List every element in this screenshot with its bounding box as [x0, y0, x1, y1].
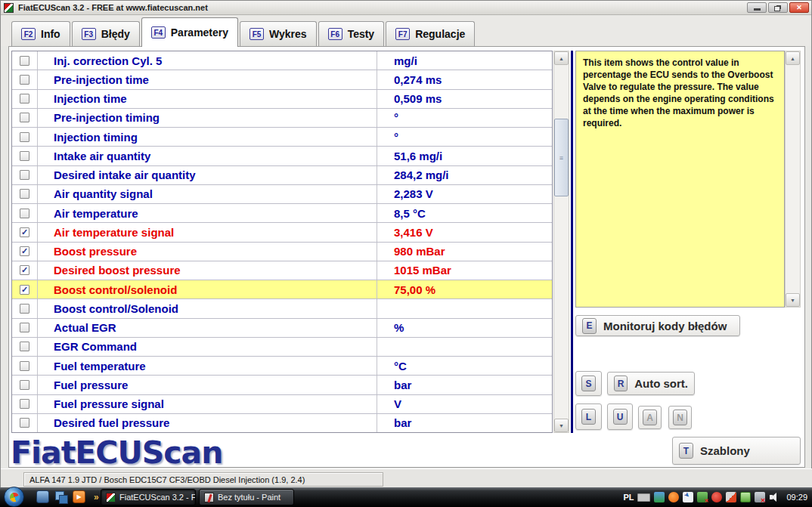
checkbox-icon[interactable]	[20, 342, 29, 351]
start-button[interactable]	[4, 487, 24, 507]
table-row[interactable]: ✓Air temperature signal3,416 V	[12, 223, 552, 242]
key-a-icon: A	[643, 410, 657, 425]
volume-icon[interactable]	[769, 492, 779, 502]
row-checkbox-cell: ✓	[12, 223, 38, 241]
keyboard-icon[interactable]	[637, 493, 650, 502]
close-button[interactable]: ✕	[789, 2, 809, 13]
switch-windows-icon[interactable]	[54, 490, 67, 503]
tray-app-icon-5[interactable]	[711, 492, 722, 502]
table-row[interactable]: Desired fuel pressurebar	[12, 414, 552, 432]
sort-button[interactable]: S	[575, 371, 602, 396]
row-checkbox-cell	[12, 51, 38, 70]
tray-app-icon-2[interactable]	[668, 492, 679, 502]
checkbox-icon[interactable]	[20, 170, 29, 180]
table-row[interactable]: Boost control/Solenoid	[12, 299, 552, 318]
tray-app-icon-3[interactable]	[683, 492, 693, 502]
tray-app-icon-1[interactable]	[654, 492, 665, 502]
table-row[interactable]: Air temperature8,5 °C	[12, 204, 552, 223]
checkbox-icon[interactable]	[20, 418, 29, 428]
templates-button[interactable]: T Szablony	[672, 437, 801, 465]
n-button[interactable]: N	[668, 406, 692, 429]
table-row[interactable]: Air quantity signal2,283 V	[12, 185, 552, 204]
tab-info[interactable]: F2Info	[11, 21, 70, 46]
checkbox-icon[interactable]	[20, 304, 29, 314]
param-name: Fuel pressure	[38, 376, 377, 394]
l-button[interactable]: L	[575, 403, 602, 430]
param-value: 2,283 V	[377, 185, 552, 203]
scroll-up-icon[interactable]: ▲	[786, 51, 800, 65]
u-button[interactable]: U	[607, 403, 633, 430]
table-row[interactable]: ✓Boost pressure980 mBar	[12, 243, 552, 261]
checkbox-icon[interactable]	[20, 361, 29, 371]
table-row[interactable]: Injection timing°	[12, 128, 552, 147]
checkbox-icon[interactable]	[20, 132, 29, 142]
row-checkbox-cell	[12, 357, 38, 375]
table-row[interactable]: Pre-injection timing°	[12, 109, 552, 128]
scroll-up-icon[interactable]: ▲	[554, 51, 569, 65]
checkbox-icon[interactable]	[20, 399, 29, 409]
tab-parametery[interactable]: F4Parametery	[141, 17, 238, 47]
system-tray: PL 09:29	[623, 487, 809, 507]
monitor-error-codes-button[interactable]: E Monitoruj kody błędów	[575, 315, 740, 336]
checkbox-icon[interactable]	[20, 75, 29, 85]
table-row[interactable]: Fuel pressurebar	[12, 376, 552, 394]
titlebar[interactable]: FiatECUScan 3.2 - FREE at www.fiatecusca…	[1, 1, 811, 15]
scroll-down-icon[interactable]: ▼	[554, 419, 569, 432]
key-u-icon: U	[613, 409, 628, 425]
table-row[interactable]: Fuel temperature°C	[12, 357, 552, 376]
table-row[interactable]: Actual EGR%	[12, 319, 552, 338]
minimize-button[interactable]	[747, 2, 767, 13]
table-row[interactable]: Desired intake air quantity284,2 mg/i	[12, 166, 552, 185]
checkbox-icon[interactable]: ✓	[20, 265, 29, 275]
network-error-icon[interactable]	[755, 492, 765, 502]
tab-regulacje[interactable]: F7Regulacje	[386, 21, 475, 46]
tray-app-icon-6[interactable]	[726, 492, 736, 502]
a-button[interactable]: A	[638, 406, 662, 429]
table-row[interactable]: Intake air quantity51,6 mg/i	[12, 147, 552, 165]
tab-wykres[interactable]: F5Wykres	[240, 21, 317, 46]
taskbar-task-1[interactable]: FiatECUScan 3.2 - F...	[101, 489, 196, 505]
table-row[interactable]: Fuel pressure signalV	[12, 395, 552, 414]
checkbox-icon[interactable]: ✓	[20, 227, 29, 237]
checkbox-icon[interactable]	[20, 209, 29, 218]
checkbox-icon[interactable]: ✓	[20, 246, 29, 256]
app-icon	[4, 3, 14, 13]
table-row[interactable]: Inj. correction Cyl. 5mg/i	[12, 51, 552, 70]
checkbox-icon[interactable]	[20, 323, 29, 332]
param-value: 75,00 %	[377, 280, 552, 298]
checkbox-icon[interactable]	[20, 94, 29, 104]
checkbox-icon[interactable]	[20, 151, 29, 161]
checkbox-icon[interactable]	[20, 189, 29, 199]
tab-błędy[interactable]: F3Błędy	[72, 21, 140, 46]
checkbox-icon[interactable]	[20, 56, 29, 66]
auto-sort-button[interactable]: R Auto sort.	[607, 372, 695, 395]
clock[interactable]: 09:29	[786, 493, 807, 502]
scrollbar-thumb[interactable]: ≡	[554, 119, 569, 196]
table-row[interactable]: Injection time0,509 ms	[12, 90, 552, 109]
show-desktop-icon[interactable]	[36, 490, 49, 503]
table-row[interactable]: ✓Desired boost pressure1015 mBar	[12, 261, 552, 280]
table-row[interactable]: ✓Boost control/solenoid75,00 %	[12, 280, 552, 299]
checkbox-icon[interactable]	[20, 113, 29, 122]
param-name: Pre-injection timing	[38, 109, 377, 127]
table-scrollbar[interactable]: ▲ ≡ ▼	[553, 51, 569, 433]
table-row[interactable]: Pre-injection time0,274 ms	[12, 70, 552, 89]
checkbox-icon[interactable]	[20, 380, 29, 390]
language-indicator[interactable]: PL	[623, 493, 634, 502]
row-checkbox-cell	[12, 414, 38, 432]
chevron-icon[interactable]: »	[94, 492, 99, 502]
taskbar-task-2[interactable]: Bez tytułu - Paint	[199, 489, 294, 505]
checkbox-icon[interactable]: ✓	[20, 285, 29, 295]
restore-button[interactable]	[768, 2, 788, 13]
media-player-icon[interactable]: ▶	[73, 490, 85, 503]
power-plug-icon[interactable]	[740, 492, 751, 502]
panel-splitter[interactable]	[571, 51, 573, 433]
row-checkbox-cell: ✓	[12, 243, 38, 261]
tab-testy[interactable]: F6Testy	[318, 21, 385, 46]
task-icon	[204, 493, 214, 502]
row-checkbox-cell	[12, 128, 38, 146]
description-scrollbar[interactable]: ▲ ▼	[785, 51, 801, 308]
tray-app-icon-4[interactable]	[697, 492, 708, 502]
table-row[interactable]: EGR Command	[12, 338, 552, 357]
scroll-down-icon[interactable]: ▼	[786, 293, 800, 307]
